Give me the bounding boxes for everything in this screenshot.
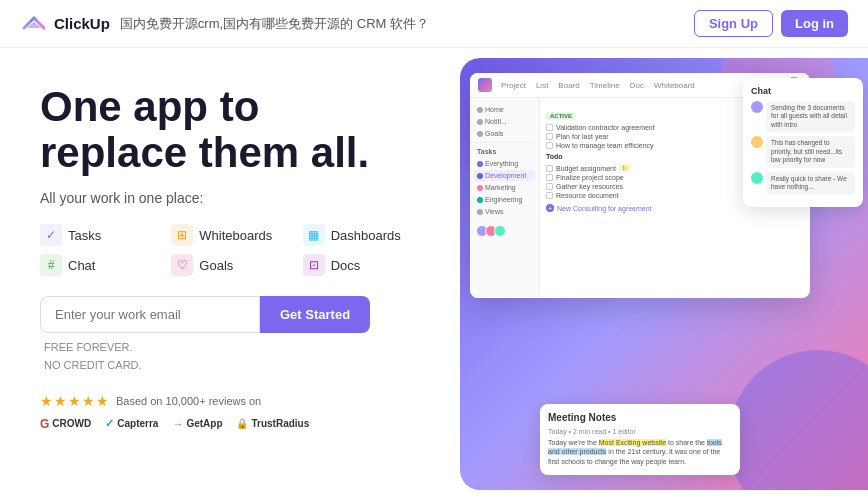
mock-chat-bubble-2: This has changed to priority, but still … <box>766 136 855 167</box>
chat-icon: # <box>40 254 62 276</box>
mock-task4-label: Budget assignment <box>556 165 616 172</box>
mock-task1-checkbox <box>546 124 553 131</box>
mock-sidebar-engineering: Engineering <box>474 194 535 205</box>
mock-goals-dot <box>477 131 483 137</box>
mock-chat-bubble-1: Sending the 3 documents for all guests w… <box>766 101 855 132</box>
nav-search-query: 国内免费开源crm,国内有哪些免费开源的 CRM 软件？ <box>120 15 684 33</box>
ratings-row: ★★★★★ Based on 10,000+ reviews on <box>40 393 428 409</box>
trust-getapp: → GetApp <box>172 418 222 430</box>
signup-button[interactable]: Sign Up <box>694 10 773 37</box>
mock-chat-card: Chat Sending the 3 documents for all gue… <box>743 78 863 207</box>
trust-logos: G CROWD ✓ Capterra → GetApp 🔒 TrustRadiu… <box>40 417 428 431</box>
free-note: FREE FOREVER. NO CREDIT CARD. <box>44 339 428 374</box>
mock-task7-checkbox <box>546 192 553 199</box>
mock-tab-project: Project <box>498 80 529 91</box>
feature-goals-label: Goals <box>199 258 233 273</box>
trust-capterra: ✓ Capterra <box>105 417 158 430</box>
mock-meeting-card: Meeting Notes Today • 2 min read • 1 edi… <box>540 404 740 475</box>
mock-task3-checkbox <box>546 142 553 149</box>
feature-dashboards: ▦ Dashboards <box>303 224 428 246</box>
mock-chat-bubble-3: Really quick to share - We have nothing.… <box>766 172 855 195</box>
star-rating: ★★★★★ <box>40 393 110 409</box>
mock-everything-dot <box>477 161 483 167</box>
mock-task3-label: How to manage team efficiency <box>556 142 654 149</box>
mock-chat-avatar-3 <box>751 172 763 184</box>
mock-meeting-title: Meeting Notes <box>548 412 732 423</box>
goals-icon: ♡ <box>171 254 193 276</box>
hero-title: One app to replace them all. <box>40 84 428 176</box>
mock-sidebar-home: Home <box>474 104 535 115</box>
mock-sidebar: Home Notifi... Goals Tasks Everything <box>470 98 540 298</box>
docs-icon: ⊡ <box>303 254 325 276</box>
mock-task5-checkbox <box>546 174 553 181</box>
feature-docs-label: Docs <box>331 258 361 273</box>
mock-sidebar-divider <box>474 142 535 143</box>
trust-trustradius: 🔒 TrustRadius <box>236 418 309 429</box>
right-panel: Project List Board Timeline Doc Whiteboa… <box>460 58 868 490</box>
mock-sidebar-development: Development <box>474 170 535 181</box>
mock-task2-label: Plan for last year <box>556 133 609 140</box>
mock-task4-tag: 1↑ <box>619 164 631 172</box>
logo-text: ClickUp <box>54 15 110 32</box>
feature-whiteboards: ⊞ Whiteboards <box>171 224 296 246</box>
mock-sidebar-tasks-section: Tasks <box>474 146 535 157</box>
mock-sidebar-goals: Goals <box>474 128 535 139</box>
feature-dashboards-label: Dashboards <box>331 228 401 243</box>
login-button[interactable]: Log in <box>781 10 848 37</box>
mock-task4-checkbox <box>546 165 553 172</box>
mock-sidebar-marketing: Marketing <box>474 182 535 193</box>
dashboards-icon: ▦ <box>303 224 325 246</box>
mock-task5-label: Finalize project scope <box>556 174 624 181</box>
mock-tab-list: List <box>533 80 551 91</box>
mock-chat-avatar-1 <box>751 101 763 113</box>
mock-views-dot <box>477 209 483 215</box>
mock-meeting-date: Today • 2 min read • 1 editor <box>548 428 732 435</box>
mock-sidebar-views: Views <box>474 206 535 217</box>
clickup-logo-icon <box>20 10 48 38</box>
mock-tab-timeline: Timeline <box>587 80 623 91</box>
get-started-button[interactable]: Get Started <box>260 296 370 333</box>
feature-chat: # Chat <box>40 254 165 276</box>
mock-dev-dot <box>477 173 483 179</box>
hero-subtitle: All your work in one place: <box>40 190 428 206</box>
mock-active-tag: ACTIVE <box>546 112 576 120</box>
feature-tasks-label: Tasks <box>68 228 101 243</box>
mock-tab-doc: Doc <box>627 80 647 91</box>
mock-logo-icon <box>478 78 492 92</box>
mock-task6-label: Gather key resources <box>556 183 623 190</box>
mock-chat-msg-1: Sending the 3 documents for all guests w… <box>751 101 855 132</box>
email-input[interactable] <box>40 296 260 333</box>
mock-task7-label: Resource document <box>556 192 619 199</box>
decoration-circle-1 <box>728 350 868 490</box>
feature-chat-label: Chat <box>68 258 95 273</box>
mock-task6-checkbox <box>546 183 553 190</box>
mock-home-dot <box>477 107 483 113</box>
mock-chat-title: Chat <box>751 86 855 96</box>
mock-task2-checkbox <box>546 133 553 140</box>
mock-task1-label: Validation contractor agreement <box>556 124 655 131</box>
mock-meeting-content: Today we're the Most Exciting website to… <box>548 438 732 467</box>
rating-text: Based on 10,000+ reviews on <box>116 395 261 407</box>
left-panel: One app to replace them all. All your wo… <box>0 48 460 500</box>
mock-mkt-dot <box>477 185 483 191</box>
mock-sidebar-everything: Everything <box>474 158 535 169</box>
feature-goals: ♡ Goals <box>171 254 296 276</box>
mock-chat-msg-3: Really quick to share - We have nothing.… <box>751 172 855 195</box>
mock-add-icon: + <box>546 204 554 212</box>
feature-whiteboards-label: Whiteboards <box>199 228 272 243</box>
logo: ClickUp <box>20 10 110 38</box>
trust-g-crowd: G CROWD <box>40 417 91 431</box>
feature-docs: ⊡ Docs <box>303 254 428 276</box>
feature-tasks: ✓ Tasks <box>40 224 165 246</box>
navbar: ClickUp 国内免费开源crm,国内有哪些免费开源的 CRM 软件？ Sig… <box>0 0 868 48</box>
mock-chat-msg-2: This has changed to priority, but still … <box>751 136 855 167</box>
mock-sidebar-notifications: Notifi... <box>474 116 535 127</box>
mock-add-task-label: New Consulting for agreement <box>557 205 652 212</box>
mock-nav-tabs: Project List Board Timeline Doc Whiteboa… <box>498 80 698 91</box>
email-form-row: Get Started <box>40 296 428 333</box>
mock-av3 <box>494 225 506 237</box>
tasks-icon: ✓ <box>40 224 62 246</box>
main-content: One app to replace them all. All your wo… <box>0 48 868 500</box>
mock-eng-dot <box>477 197 483 203</box>
mock-tab-whiteboard: Whiteboard <box>651 80 698 91</box>
